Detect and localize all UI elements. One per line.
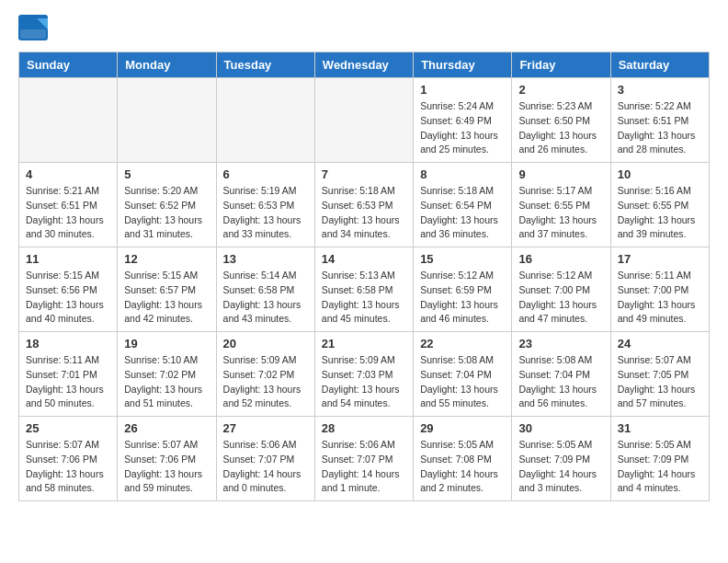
day-number: 10: [618, 167, 702, 181]
calendar-cell: 3Sunrise: 5:22 AMSunset: 6:51 PMDaylight…: [610, 78, 709, 163]
day-number: 1: [420, 83, 505, 97]
day-number: 14: [322, 252, 406, 266]
calendar-cell: 20Sunrise: 5:09 AMSunset: 7:02 PMDayligh…: [216, 332, 314, 417]
day-info: Sunrise: 5:18 AMSunset: 6:54 PMDaylight:…: [420, 184, 505, 242]
calendar-cell: 23Sunrise: 5:08 AMSunset: 7:04 PMDayligh…: [512, 332, 610, 417]
day-number: 9: [518, 167, 603, 181]
week-row-2: 4Sunrise: 5:21 AMSunset: 6:51 PMDaylight…: [19, 163, 710, 247]
day-info: Sunrise: 5:07 AMSunset: 7:06 PMDaylight:…: [26, 438, 110, 496]
page-container: SundayMondayTuesdayWednesdayThursdayFrid…: [0, 0, 728, 516]
week-row-1: 1Sunrise: 5:24 AMSunset: 6:49 PMDaylight…: [19, 78, 710, 163]
day-info: Sunrise: 5:09 AMSunset: 7:02 PMDaylight:…: [223, 353, 308, 411]
day-number: 6: [223, 167, 308, 181]
day-number: 17: [618, 252, 702, 266]
day-number: 15: [420, 252, 505, 266]
day-number: 16: [518, 252, 603, 266]
day-number: 31: [618, 421, 702, 435]
calendar-cell: 25Sunrise: 5:07 AMSunset: 7:06 PMDayligh…: [19, 417, 118, 501]
day-info: Sunrise: 5:08 AMSunset: 7:04 PMDaylight:…: [420, 353, 505, 411]
day-number: 2: [518, 83, 603, 97]
calendar-header-tuesday: Tuesday: [216, 52, 314, 78]
calendar-cell: 13Sunrise: 5:14 AMSunset: 6:58 PMDayligh…: [216, 247, 314, 332]
calendar-header-saturday: Saturday: [610, 52, 709, 78]
week-row-3: 11Sunrise: 5:15 AMSunset: 6:56 PMDayligh…: [19, 247, 710, 332]
page-header: [18, 15, 710, 40]
calendar-header-wednesday: Wednesday: [314, 52, 413, 78]
calendar-cell: 1Sunrise: 5:24 AMSunset: 6:49 PMDaylight…: [414, 78, 512, 163]
day-info: Sunrise: 5:15 AMSunset: 6:57 PMDaylight:…: [124, 269, 209, 327]
day-number: 8: [420, 167, 505, 181]
calendar-cell: 2Sunrise: 5:23 AMSunset: 6:50 PMDaylight…: [512, 78, 610, 163]
calendar-cell: 31Sunrise: 5:05 AMSunset: 7:09 PMDayligh…: [610, 417, 709, 501]
calendar-cell: [118, 78, 216, 163]
calendar-cell: 6Sunrise: 5:19 AMSunset: 6:53 PMDaylight…: [216, 163, 314, 247]
day-number: 21: [322, 337, 406, 350]
calendar-table: SundayMondayTuesdayWednesdayThursdayFrid…: [18, 52, 710, 501]
day-number: 24: [618, 337, 702, 350]
day-info: Sunrise: 5:21 AMSunset: 6:51 PMDaylight:…: [26, 184, 110, 242]
calendar-cell: 14Sunrise: 5:13 AMSunset: 6:58 PMDayligh…: [314, 247, 413, 332]
day-number: 18: [26, 337, 110, 350]
day-info: Sunrise: 5:07 AMSunset: 7:06 PMDaylight:…: [124, 438, 209, 496]
calendar-cell: 5Sunrise: 5:20 AMSunset: 6:52 PMDaylight…: [118, 163, 216, 247]
calendar-cell: 16Sunrise: 5:12 AMSunset: 7:00 PMDayligh…: [512, 247, 610, 332]
day-info: Sunrise: 5:22 AMSunset: 6:51 PMDaylight:…: [618, 99, 702, 157]
day-number: 7: [322, 167, 406, 181]
day-number: 23: [518, 337, 603, 350]
calendar-cell: 7Sunrise: 5:18 AMSunset: 6:53 PMDaylight…: [314, 163, 413, 247]
day-number: 5: [124, 167, 209, 181]
logo-icon: [18, 15, 48, 40]
calendar-cell: 24Sunrise: 5:07 AMSunset: 7:05 PMDayligh…: [610, 332, 709, 417]
calendar-cell: [314, 78, 413, 163]
day-info: Sunrise: 5:11 AMSunset: 7:01 PMDaylight:…: [26, 353, 110, 411]
day-number: 3: [618, 83, 702, 97]
week-row-4: 18Sunrise: 5:11 AMSunset: 7:01 PMDayligh…: [19, 332, 710, 417]
day-info: Sunrise: 5:08 AMSunset: 7:04 PMDaylight:…: [518, 353, 603, 411]
day-number: 22: [420, 337, 505, 350]
calendar-cell: 22Sunrise: 5:08 AMSunset: 7:04 PMDayligh…: [414, 332, 512, 417]
day-number: 25: [26, 421, 110, 435]
calendar-cell: 17Sunrise: 5:11 AMSunset: 7:00 PMDayligh…: [610, 247, 709, 332]
day-number: 11: [26, 252, 110, 266]
day-info: Sunrise: 5:23 AMSunset: 6:50 PMDaylight:…: [518, 99, 603, 157]
day-info: Sunrise: 5:05 AMSunset: 7:09 PMDaylight:…: [518, 438, 603, 496]
day-info: Sunrise: 5:07 AMSunset: 7:05 PMDaylight:…: [618, 353, 702, 411]
day-number: 27: [223, 421, 308, 435]
day-number: 20: [223, 337, 308, 350]
day-info: Sunrise: 5:06 AMSunset: 7:07 PMDaylight:…: [223, 438, 308, 496]
day-info: Sunrise: 5:15 AMSunset: 6:56 PMDaylight:…: [26, 269, 110, 327]
calendar-cell: 18Sunrise: 5:11 AMSunset: 7:01 PMDayligh…: [19, 332, 118, 417]
calendar-cell: 27Sunrise: 5:06 AMSunset: 7:07 PMDayligh…: [216, 417, 314, 501]
calendar-cell: 28Sunrise: 5:06 AMSunset: 7:07 PMDayligh…: [314, 417, 413, 501]
day-number: 26: [124, 421, 209, 435]
calendar-header-monday: Monday: [118, 52, 216, 78]
calendar-cell: 15Sunrise: 5:12 AMSunset: 6:59 PMDayligh…: [414, 247, 512, 332]
calendar-header-friday: Friday: [512, 52, 610, 78]
calendar-cell: 30Sunrise: 5:05 AMSunset: 7:09 PMDayligh…: [512, 417, 610, 501]
svg-rect-2: [20, 29, 46, 39]
calendar-cell: [216, 78, 314, 163]
day-info: Sunrise: 5:11 AMSunset: 7:00 PMDaylight:…: [618, 269, 702, 327]
week-row-5: 25Sunrise: 5:07 AMSunset: 7:06 PMDayligh…: [19, 417, 710, 501]
calendar-cell: 19Sunrise: 5:10 AMSunset: 7:02 PMDayligh…: [118, 332, 216, 417]
calendar-header-sunday: Sunday: [19, 52, 118, 78]
day-number: 28: [322, 421, 406, 435]
day-number: 19: [124, 337, 209, 350]
day-number: 29: [420, 421, 505, 435]
calendar-header-row: SundayMondayTuesdayWednesdayThursdayFrid…: [19, 52, 710, 78]
calendar-cell: 8Sunrise: 5:18 AMSunset: 6:54 PMDaylight…: [414, 163, 512, 247]
day-info: Sunrise: 5:05 AMSunset: 7:08 PMDaylight:…: [420, 438, 505, 496]
calendar-cell: 12Sunrise: 5:15 AMSunset: 6:57 PMDayligh…: [118, 247, 216, 332]
day-number: 4: [26, 167, 110, 181]
day-number: 13: [223, 252, 308, 266]
calendar-cell: 11Sunrise: 5:15 AMSunset: 6:56 PMDayligh…: [19, 247, 118, 332]
day-info: Sunrise: 5:18 AMSunset: 6:53 PMDaylight:…: [322, 184, 406, 242]
day-info: Sunrise: 5:05 AMSunset: 7:09 PMDaylight:…: [618, 438, 702, 496]
day-info: Sunrise: 5:06 AMSunset: 7:07 PMDaylight:…: [322, 438, 406, 496]
day-number: 30: [518, 421, 603, 435]
day-info: Sunrise: 5:17 AMSunset: 6:55 PMDaylight:…: [518, 184, 603, 242]
calendar-cell: 26Sunrise: 5:07 AMSunset: 7:06 PMDayligh…: [118, 417, 216, 501]
day-info: Sunrise: 5:19 AMSunset: 6:53 PMDaylight:…: [223, 184, 308, 242]
calendar-cell: 9Sunrise: 5:17 AMSunset: 6:55 PMDaylight…: [512, 163, 610, 247]
day-info: Sunrise: 5:12 AMSunset: 6:59 PMDaylight:…: [420, 269, 505, 327]
